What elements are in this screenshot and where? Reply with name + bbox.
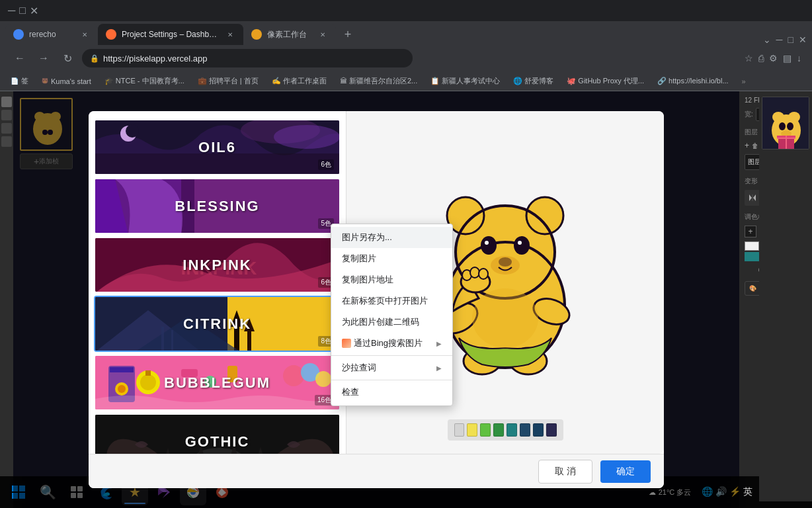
tool-2[interactable] bbox=[1, 110, 12, 120]
download-icon[interactable]: ↓ bbox=[797, 53, 801, 64]
palette-item-blessing[interactable]: BLESSING 5色 bbox=[94, 178, 341, 234]
swatch-3[interactable] bbox=[493, 423, 504, 437]
swatch-4[interactable] bbox=[507, 423, 517, 437]
bookmark-ntce[interactable]: 🎓 NTCE - 中国教育考... bbox=[99, 75, 190, 87]
svg-point-74 bbox=[472, 288, 538, 348]
new-tab-button[interactable]: + bbox=[339, 25, 357, 44]
palette-item-inkpink[interactable]: INKPINK INKPINK 6色 bbox=[94, 237, 341, 293]
context-copy-url[interactable]: 复制图片地址 bbox=[331, 269, 452, 290]
context-bing-search[interactable]: 通过Bing搜索图片 ▶ bbox=[331, 333, 452, 354]
sidebar-icon[interactable]: ▤ bbox=[783, 53, 792, 64]
palette-item-gothic[interactable]: GOTHIC 8色 bbox=[94, 413, 341, 454]
tab-favicon-3 bbox=[251, 29, 262, 40]
input-icon[interactable]: 英 bbox=[743, 486, 752, 498]
window-maximize-icon[interactable]: □ bbox=[788, 34, 793, 45]
submenu-arrow-1: ▶ bbox=[436, 340, 442, 347]
swatch-7[interactable] bbox=[546, 423, 557, 437]
bookmark-xinjiang[interactable]: 🏛 新疆维吾尔自治区2... bbox=[335, 75, 423, 87]
tab-rerecho[interactable]: rerecho ✕ bbox=[5, 24, 98, 45]
svg-point-31 bbox=[118, 385, 126, 393]
svg-point-67 bbox=[479, 269, 488, 279]
bookmark-item-1[interactable]: 📄 签 bbox=[5, 75, 34, 87]
bookmarks-bar: 📄 签 🐻 Kuma's start 🎓 NTCE - 中国教育考... 💼 招… bbox=[0, 71, 812, 91]
maximize-button[interactable]: □ bbox=[19, 5, 26, 17]
context-open-tab[interactable]: 在新标签页中打开图片 bbox=[331, 290, 452, 312]
lock-icon: 🔒 bbox=[90, 54, 99, 63]
svg-point-85 bbox=[788, 112, 800, 122]
reload-button[interactable]: ↻ bbox=[58, 49, 77, 67]
cancel-button[interactable]: 取 消 bbox=[538, 460, 592, 484]
svg-marker-76 bbox=[753, 194, 756, 201]
palette-item-bubblegum[interactable]: BUBBLEGUM 16色 bbox=[94, 355, 341, 411]
bookmark-kuma[interactable]: 🐻 Kuma's start bbox=[36, 76, 97, 87]
palette-item-citrink[interactable]: CITRINK 8色 bbox=[94, 296, 341, 352]
tab-close-1[interactable]: ✕ bbox=[79, 29, 90, 40]
palette-color-0[interactable] bbox=[745, 241, 759, 251]
delete-layer-icon[interactable]: 🗑 bbox=[752, 142, 758, 149]
window-minimize-icon[interactable]: ─ bbox=[776, 34, 783, 45]
forward-button[interactable]: → bbox=[34, 49, 53, 67]
bookmark-github[interactable]: 🐙 GitHub Proxy 代理... bbox=[561, 75, 649, 87]
extensions-icon[interactable]: ⚙ bbox=[769, 53, 778, 64]
tool-4[interactable] bbox=[1, 136, 12, 147]
tab-title-3: 像素工作台 bbox=[267, 29, 312, 40]
tabs-bar: rerecho ✕ Project Settings – Dashboard ✕… bbox=[0, 21, 812, 45]
bookmark-exam[interactable]: 📋 新疆人事考试中心 bbox=[425, 75, 505, 87]
address-input[interactable]: 🔒 https://piskelapp.vercel.app bbox=[82, 49, 413, 67]
flip-h-button[interactable] bbox=[745, 190, 760, 206]
context-sara-search[interactable]: 沙拉查词 ▶ bbox=[331, 357, 452, 378]
context-inspect[interactable]: 检查 bbox=[331, 382, 452, 403]
gothic-label: GOTHIC bbox=[185, 433, 250, 450]
context-copy-image[interactable]: 复制图片 bbox=[331, 248, 452, 269]
tab-close-2[interactable]: ✕ bbox=[225, 29, 235, 40]
bing-search-label: 通过Bing搜索图片 bbox=[354, 337, 432, 349]
minimize-button[interactable]: ─ bbox=[8, 5, 15, 17]
confirm-button[interactable]: 确定 bbox=[600, 460, 651, 483]
tab-close-3[interactable]: ✕ bbox=[317, 29, 328, 40]
share-icon[interactable]: ⎙ bbox=[758, 53, 764, 64]
context-menu: 图片另存为... 复制图片 复制图片地址 在新标签页中打开图片 为此图片创建二维… bbox=[331, 224, 453, 406]
bookmark-jobs[interactable]: 💼 招聘平台 | 首页 bbox=[192, 75, 264, 87]
context-save-image[interactable]: 图片另存为... bbox=[331, 227, 452, 248]
color-swatches-preview bbox=[448, 419, 563, 441]
palette-template-icon: 🎨 bbox=[749, 285, 756, 292]
bookmark-author[interactable]: ✍ 作者工作桌面 bbox=[266, 75, 332, 87]
blessing-background: BLESSING 5色 bbox=[95, 179, 339, 233]
swatch-1[interactable] bbox=[467, 423, 477, 437]
palette-color-4[interactable] bbox=[745, 252, 759, 261]
tab-pixel-studio[interactable]: 像素工作台 ✕ bbox=[243, 24, 336, 45]
tool-pencil[interactable] bbox=[1, 97, 12, 107]
swatch-5[interactable] bbox=[520, 423, 530, 437]
context-create-qr[interactable]: 为此图片创建二维码 bbox=[331, 312, 452, 333]
bookmark-more[interactable]: » bbox=[737, 76, 751, 87]
svg-marker-75 bbox=[749, 194, 752, 201]
back-button[interactable]: ← bbox=[11, 49, 29, 67]
oil6-count: 6色 bbox=[318, 159, 334, 170]
tab-project-settings[interactable]: Project Settings – Dashboard ✕ bbox=[98, 24, 243, 45]
pixel-editor-sidebar bbox=[0, 91, 13, 508]
swatch-6[interactable] bbox=[533, 423, 544, 437]
address-icons: ☆ ⎙ ⚙ ▤ ↓ bbox=[745, 53, 801, 64]
inspect-label: 检查 bbox=[342, 386, 359, 398]
tool-3[interactable] bbox=[1, 123, 12, 134]
svg-point-60 bbox=[491, 256, 520, 275]
window-close-icon[interactable]: ✕ bbox=[799, 34, 807, 45]
palette-item-oil6[interactable]: OIL6 6色 bbox=[94, 119, 341, 175]
svg-point-55 bbox=[481, 236, 497, 255]
bookmark-blog[interactable]: 🌐 舒爱博客 bbox=[508, 75, 559, 87]
add-color-button[interactable]: + bbox=[745, 226, 756, 237]
swatch-2[interactable] bbox=[480, 423, 491, 437]
bookmark-leishi[interactable]: 🔗 https://leishi.io/bl... bbox=[652, 75, 734, 87]
url-text[interactable]: https://piskelapp.vercel.app bbox=[103, 54, 208, 64]
add-layer-icon[interactable]: + bbox=[745, 141, 749, 150]
close-button[interactable]: ✕ bbox=[30, 5, 38, 17]
star-icon[interactable]: ☆ bbox=[745, 53, 753, 64]
tab-favicon-2 bbox=[106, 29, 116, 40]
svg-rect-29 bbox=[110, 367, 134, 372]
inkpink-background: INKPINK INKPINK 6色 bbox=[95, 238, 339, 292]
oil6-label: OIL6 bbox=[198, 139, 236, 156]
swatch-0[interactable] bbox=[454, 423, 465, 437]
palette-list[interactable]: OIL6 6色 bbox=[89, 111, 346, 454]
svg-rect-34 bbox=[145, 370, 151, 376]
tab-search-icon[interactable]: ⌄ bbox=[763, 34, 771, 45]
